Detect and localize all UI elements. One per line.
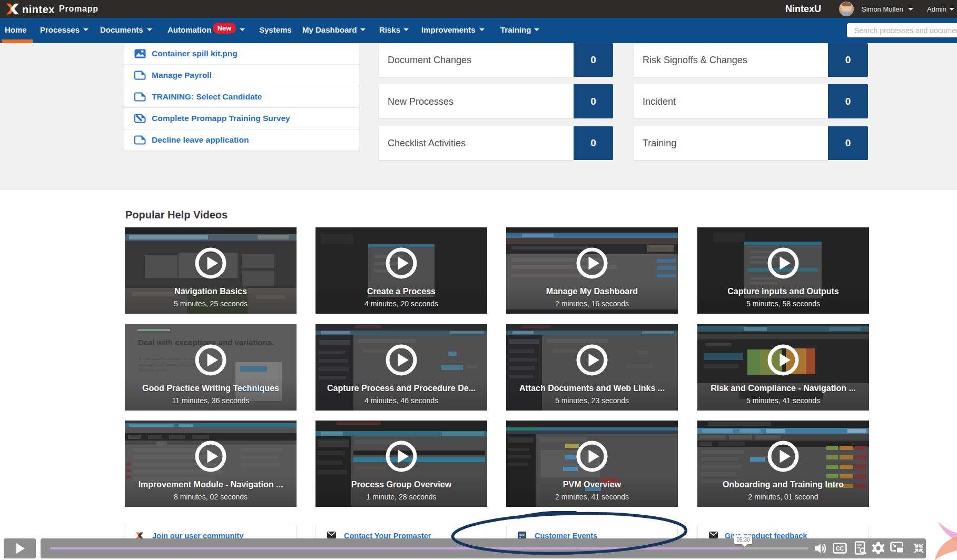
svg-text:CC: CC [836,545,844,552]
